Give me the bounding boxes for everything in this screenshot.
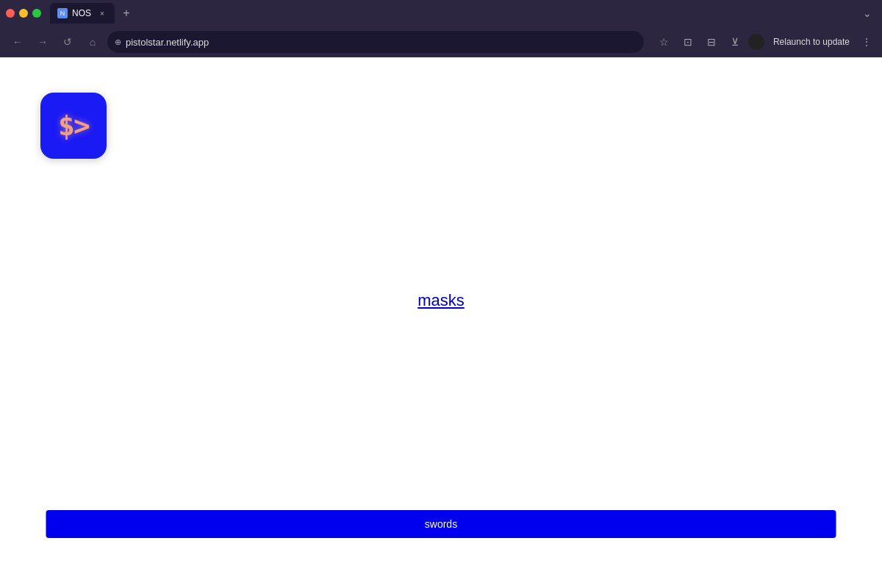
window-maximize-button[interactable] — [32, 9, 41, 18]
center-link-container: masks — [417, 291, 465, 310]
security-icon: ⊕ — [115, 37, 121, 47]
tab-bar-right: ⌄ — [858, 4, 876, 22]
home-button[interactable]: ⌂ — [82, 32, 103, 52]
window-minimize-button[interactable] — [19, 9, 28, 18]
app-logo: $> — [40, 93, 107, 159]
tab-favicon: N — [57, 8, 68, 18]
reload-button[interactable]: ↺ — [57, 32, 78, 52]
browser-chrome: N NOS × + ⌄ ← → ↺ ⌂ ⊕ pistolstar.netlify… — [0, 0, 882, 57]
relaunch-button[interactable]: Relaunch to update — [767, 34, 856, 50]
cast-button[interactable]: ⊟ — [701, 32, 722, 52]
new-tab-button[interactable]: + — [118, 4, 135, 22]
profile-avatar[interactable] — [748, 34, 764, 50]
bottom-input-wrap — [46, 510, 836, 538]
active-tab[interactable]: N NOS × — [50, 3, 115, 24]
url-display: pistolstar.netlify.app — [126, 37, 637, 48]
masks-link[interactable]: masks — [417, 291, 465, 309]
tab-bar: N NOS × + ⌄ — [0, 0, 882, 26]
extensions-button[interactable]: ⊡ — [678, 32, 698, 52]
window-controls — [6, 9, 41, 18]
tab-favicon-text: N — [60, 10, 65, 17]
url-input-wrap[interactable]: ⊕ pistolstar.netlify.app — [107, 31, 644, 53]
window-close-button[interactable] — [6, 9, 15, 18]
tab-list-chevron-icon[interactable]: ⌄ — [858, 4, 876, 22]
bookmark-button[interactable]: ☆ — [654, 32, 675, 52]
app-logo-text: $> — [58, 110, 89, 142]
forward-button[interactable]: → — [32, 32, 53, 52]
search-input[interactable] — [46, 510, 836, 538]
url-bar: ← → ↺ ⌂ ⊕ pistolstar.netlify.app ☆ ⊡ ⊟ ⊻… — [0, 26, 882, 57]
browser-menu-button[interactable]: ⋮ — [858, 35, 875, 49]
download-button[interactable]: ⊻ — [725, 32, 745, 52]
tab-close-button[interactable]: × — [97, 8, 107, 18]
url-bar-actions: ☆ ⊡ ⊟ ⊻ Relaunch to update ⋮ — [654, 32, 875, 52]
back-button[interactable]: ← — [7, 32, 28, 52]
tab-title: NOS — [72, 8, 91, 18]
page-content: $> masks — [0, 57, 882, 588]
